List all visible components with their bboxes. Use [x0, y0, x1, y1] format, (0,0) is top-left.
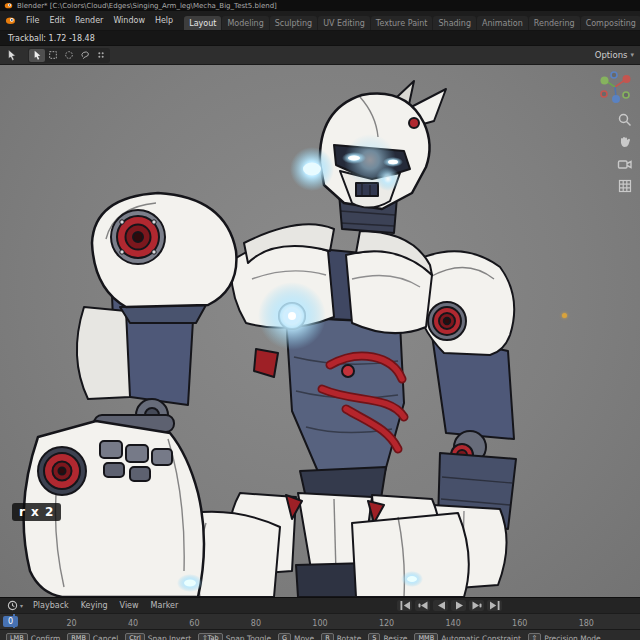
jump-to-end-icon	[489, 600, 501, 611]
menu-render[interactable]: Render	[70, 11, 108, 30]
options-dropdown[interactable]: Options ▾	[595, 46, 634, 64]
hint-resize: S Resize	[368, 633, 407, 640]
operator-status-text: Trackball: 1.72 -18.48	[8, 34, 95, 43]
mouse-right-icon: RMB	[67, 633, 90, 640]
window-title: Blender* [C:\Colors\Cloud\Edges\Singing_…	[17, 2, 277, 10]
current-frame-badge[interactable]: 0	[3, 616, 18, 627]
mode-button-select-box[interactable]	[45, 49, 61, 62]
jump-to-end-button[interactable]	[487, 600, 502, 611]
frame-tick: 100	[312, 620, 327, 628]
hint-snap-invert: Ctrl Snap Invert	[125, 633, 191, 640]
projection-grid-icon	[617, 178, 633, 194]
timeline-menu-view[interactable]: View	[115, 601, 144, 610]
hint-label: Confirm	[31, 634, 61, 640]
key-r-icon: R	[321, 633, 334, 640]
mode-button-group	[28, 48, 110, 63]
mode-button-select-lasso[interactable]	[77, 49, 93, 62]
workspace-tab-compositing[interactable]: Compositing	[581, 16, 640, 30]
mode-button-select-circle[interactable]	[61, 49, 77, 62]
workspace-tab-animation[interactable]: Animation	[477, 16, 528, 30]
blender-logo-icon	[4, 1, 13, 10]
hint-label: Move	[294, 634, 314, 640]
mouse-middle-icon: MMB	[414, 633, 438, 640]
axis-gizmo-icon	[598, 70, 632, 104]
zoom-button[interactable]	[616, 111, 633, 128]
operator-status-bar: Trackball: 1.72 -18.48	[0, 31, 640, 46]
jump-to-start-button[interactable]	[397, 600, 412, 611]
hint-precision-mode: ⇧ Precision Mode	[528, 633, 601, 640]
key-shift-icon: ⇧	[528, 633, 541, 640]
prev-keyframe-button[interactable]	[415, 600, 430, 611]
menu-window[interactable]: Window	[108, 11, 150, 30]
hint-label: Snap Toggle	[226, 634, 271, 640]
timeline-menu-keying[interactable]: Keying	[76, 601, 113, 610]
camera-view-icon	[617, 156, 633, 172]
hint-automatic-constraint: MMB Automatic Constraint	[414, 633, 520, 640]
scene-marker-dot	[562, 313, 567, 318]
play-reverse-button[interactable]	[433, 600, 448, 611]
frame-tick: 20	[66, 620, 76, 628]
prev-keyframe-icon	[417, 600, 429, 611]
mecha-render	[0, 65, 640, 597]
next-keyframe-button[interactable]	[469, 600, 484, 611]
timeline-menu-marker[interactable]: Marker	[146, 601, 184, 610]
hint-label: Automatic Constraint	[441, 634, 521, 640]
projection-toggle-button[interactable]	[616, 177, 633, 194]
frame-tick: 40	[128, 620, 138, 628]
viewport-side-buttons	[616, 111, 633, 194]
mode-button-extra[interactable]	[93, 49, 109, 62]
hint-label: Rotate	[337, 634, 362, 640]
mode-button-object[interactable]	[29, 49, 45, 62]
playback-controls	[397, 598, 502, 613]
blender-window: Blender* [C:\Colors\Cloud\Edges\Singing_…	[0, 0, 640, 640]
workspace-tab-shading[interactable]: Shading	[433, 16, 476, 30]
workspace-tab-texture-paint[interactable]: Texture Paint	[371, 16, 433, 30]
dots-grid-icon	[96, 50, 106, 60]
menu-file[interactable]: File	[21, 11, 44, 30]
workspace-tab-sculpting[interactable]: Sculpting	[270, 16, 317, 30]
hint-cancel: RMB Cancel	[67, 633, 118, 640]
zoom-icon	[617, 112, 633, 128]
viewport-header: Options ▾	[0, 46, 640, 65]
play-button[interactable]	[451, 600, 466, 611]
frame-tick: 160	[512, 620, 527, 628]
menu-edit[interactable]: Edit	[44, 11, 70, 30]
mecha-left-arm	[24, 295, 204, 597]
timeline-editor-type-button[interactable]: ▾	[4, 600, 26, 611]
timeline-header: ▾ Playback Keying View Marker	[0, 597, 640, 613]
timeline-menu-playback[interactable]: Playback	[28, 601, 74, 610]
timeline-ruler[interactable]: 0 0 20 40 60 80 100 120 140 160 180	[0, 613, 640, 629]
select-box-icon	[48, 50, 58, 60]
active-tool-button[interactable]	[4, 48, 20, 62]
key-g-icon: G	[278, 633, 291, 640]
hint-label: Snap Invert	[148, 634, 191, 640]
frame-tick: 180	[579, 620, 594, 628]
pan-button[interactable]	[616, 133, 633, 150]
keycast-badge: r x 2	[12, 503, 61, 521]
camera-view-button[interactable]	[616, 155, 633, 172]
blender-menu-button[interactable]	[0, 11, 21, 30]
chevron-down-icon: ▾	[20, 602, 23, 609]
frame-tick: 120	[379, 620, 394, 628]
pan-hand-icon	[617, 134, 633, 150]
hint-label: Precision Mode	[544, 634, 600, 640]
select-lasso-icon	[80, 50, 90, 60]
workspace-tab-rendering[interactable]: Rendering	[529, 16, 580, 30]
clock-icon	[7, 600, 18, 611]
hint-rotate: R Rotate	[321, 633, 361, 640]
frame-tick: 80	[251, 620, 261, 628]
key-shift-tab-icon: ⇧Tab	[198, 633, 222, 640]
chevron-down-icon: ▾	[630, 51, 634, 59]
window-titlebar: Blender* [C:\Colors\Cloud\Edges\Singing_…	[0, 0, 640, 11]
viewport-3d[interactable]: r x 2	[0, 65, 640, 597]
menu-help[interactable]: Help	[150, 11, 178, 30]
workspace-tabs: Layout Modeling Sculpting UV Editing Tex…	[184, 11, 640, 30]
topbar: File Edit Render Window Help Layout Mode…	[0, 11, 640, 31]
workspace-tab-modeling[interactable]: Modeling	[222, 16, 268, 30]
cursor-arrow-icon	[7, 49, 17, 61]
workspace-tab-uv-editing[interactable]: UV Editing	[318, 16, 370, 30]
hint-label: Resize	[383, 634, 407, 640]
frame-tick: 60	[189, 620, 199, 628]
navigation-gizmo[interactable]	[598, 70, 632, 104]
workspace-tab-layout[interactable]: Layout	[184, 16, 221, 30]
